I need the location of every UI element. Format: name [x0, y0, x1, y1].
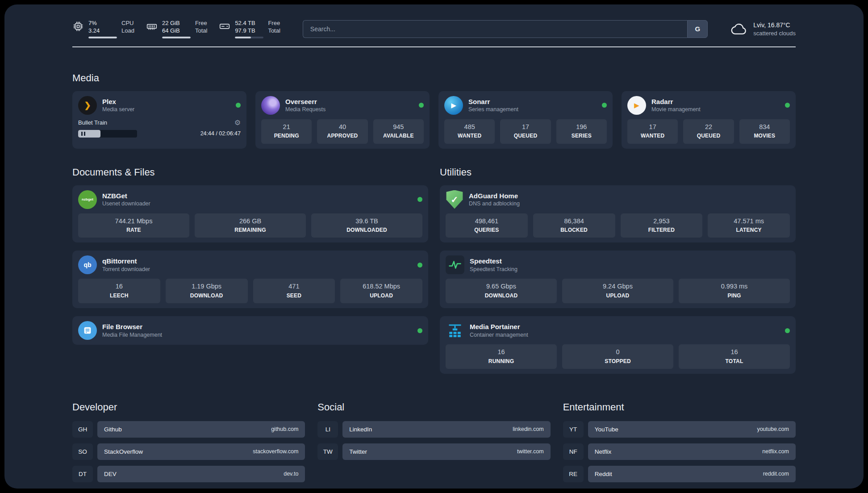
- bookmark-abbr: DT: [72, 466, 93, 482]
- nzbget-icon: nzbget: [78, 190, 97, 209]
- stat-queued: 22QUEUED: [683, 119, 734, 144]
- stat-latency: 47.571 msLATENCY: [708, 213, 790, 238]
- app-name: Overseerr: [285, 97, 326, 106]
- weather-location: Lviv, 16.87°C: [753, 21, 796, 29]
- app-name: AdGuard Home: [469, 192, 520, 201]
- now-playing-title: Bullet Train: [78, 119, 107, 126]
- speedtest-graph-icon: [446, 255, 464, 274]
- bookmark-linkedin[interactable]: LI LinkedInlinkedin.com: [317, 421, 550, 438]
- app-name: Sonarr: [468, 97, 518, 106]
- bookmark-abbr: YT: [563, 421, 584, 438]
- filebrowser-card[interactable]: File Browser Media File Management: [72, 316, 428, 345]
- utilities-section-title: Utilities: [440, 167, 796, 178]
- bookmark-dev[interactable]: DT DEVdev.to: [72, 466, 305, 482]
- entertainment-section-title: Entertainment: [563, 401, 796, 413]
- cpu-percent: 7%: [88, 20, 117, 27]
- bookmark-name: Reddit: [595, 471, 612, 477]
- app-subtitle: Usenet downloader: [102, 200, 150, 207]
- bookmark-youtube[interactable]: YT YouTubeyoutube.com: [563, 421, 796, 438]
- qbittorrent-card[interactable]: qb qBittorrent Torrent downloader 16LEEC…: [72, 251, 428, 308]
- plex-icon: ❯: [78, 96, 97, 115]
- documents-section-title: Documents & Files: [72, 167, 428, 178]
- app-subtitle: Media File Management: [102, 331, 162, 338]
- stat-remaining: 266 GBREMAINING: [195, 213, 306, 238]
- plex-card[interactable]: ❯ Plex Media server Bullet Train ⚙: [72, 91, 246, 149]
- utilities-section: Utilities ✓ AdGuard Home DNS and adblock…: [440, 167, 796, 374]
- bookmark-netflix[interactable]: NF Netflixnetflix.com: [563, 443, 796, 460]
- bookmark-stackoverflow[interactable]: SO StackOverflowstackoverflow.com: [72, 443, 305, 460]
- social-section: Social LI LinkedInlinkedin.com TW Twitte…: [317, 401, 550, 482]
- search-input[interactable]: [303, 20, 687, 38]
- filebrowser-icon: [78, 321, 97, 340]
- stat-pending: 21PENDING: [261, 119, 312, 144]
- weather-widget: Lviv, 16.87°C scattered clouds: [730, 20, 796, 38]
- bookmark-url: github.com: [271, 426, 298, 432]
- stat-total: 16TOTAL: [679, 344, 790, 369]
- stat-available: 945AVAILABLE: [373, 119, 424, 144]
- bookmark-url: stackoverflow.com: [253, 448, 298, 455]
- stat-wanted: 485WANTED: [444, 119, 495, 144]
- disk-total-label: Total: [268, 27, 280, 35]
- bookmark-url: netflix.com: [762, 448, 789, 455]
- radarr-card[interactable]: ▶ Radarr Movie management 17WANTED 22QUE…: [622, 91, 796, 149]
- bookmark-url: reddit.com: [763, 471, 789, 477]
- ram-total: 64 GiB: [162, 27, 191, 35]
- app-subtitle: Movie management: [651, 106, 701, 113]
- cpu-label: CPU: [121, 20, 134, 27]
- app-name: Radarr: [651, 97, 701, 106]
- adguard-card[interactable]: ✓ AdGuard Home DNS and adblocking 498,46…: [440, 185, 796, 243]
- app-subtitle: DNS and adblocking: [469, 200, 520, 207]
- app-subtitle: Series management: [468, 106, 518, 113]
- app-name: Speedtest: [470, 257, 517, 266]
- media-section-title: Media: [72, 72, 796, 84]
- stat-queries: 498,461QUERIES: [446, 213, 528, 238]
- bookmark-reddit[interactable]: RE Redditreddit.com: [563, 466, 796, 482]
- ram-widget: 22 GiB 64 GiB Free Total: [146, 20, 207, 38]
- seek-bar[interactable]: [78, 130, 137, 138]
- overseerr-icon: [261, 96, 280, 115]
- app-subtitle: Media Requests: [285, 106, 326, 113]
- bookmark-twitter[interactable]: TW Twittertwitter.com: [317, 443, 550, 460]
- playback-time: 24:44 / 02:06:47: [200, 130, 241, 137]
- bookmark-url: youtube.com: [757, 426, 789, 432]
- speedtest-card[interactable]: Speedtest Speedtest Tracking 9.65 GbpsDO…: [440, 251, 796, 308]
- disk-widget: 52.4 TB 97.9 TB Free Total: [219, 20, 280, 38]
- settings-gear-icon[interactable]: ⚙: [234, 118, 241, 127]
- documents-section: Documents & Files nzbget NZBGet Usenet d…: [72, 167, 428, 374]
- overseerr-card[interactable]: Overseerr Media Requests 21PENDING 40APP…: [255, 91, 430, 149]
- stat-download: 1.19 GbpsDOWNLOAD: [166, 279, 248, 303]
- app-subtitle: Speedtest Tracking: [470, 266, 517, 273]
- bookmark-abbr: RE: [563, 466, 584, 482]
- stat-series: 196SERIES: [556, 119, 607, 144]
- entertainment-section: Entertainment YT YouTubeyoutube.com NF N…: [563, 401, 796, 482]
- adguard-shield-icon: ✓: [446, 190, 463, 209]
- bookmark-github[interactable]: GH Githubgithub.com: [72, 421, 305, 438]
- disk-total: 97.9 TB: [235, 27, 263, 35]
- app-name: Plex: [102, 97, 134, 106]
- sonarr-card[interactable]: ▶ Sonarr Series management 485WANTED 17Q…: [438, 91, 613, 149]
- disk-free: 52.4 TB: [235, 20, 263, 27]
- ram-total-label: Total: [195, 27, 207, 35]
- cpu-load-value: 3.24: [88, 27, 117, 35]
- stat-movies: 834MOVIES: [739, 119, 790, 144]
- pause-icon[interactable]: [78, 130, 100, 138]
- developer-section-title: Developer: [72, 401, 305, 413]
- bookmark-abbr: LI: [317, 421, 338, 438]
- bookmark-name: Github: [104, 426, 122, 433]
- ram-usage-bar: [162, 37, 191, 38]
- stat-stopped: 0STOPPED: [562, 344, 673, 369]
- bookmark-abbr: TW: [317, 443, 338, 460]
- app-subtitle: Container management: [470, 331, 528, 338]
- portainer-card[interactable]: Media Portainer Container management 16R…: [440, 316, 796, 374]
- search-engine-button[interactable]: G: [687, 20, 708, 38]
- nzbget-card[interactable]: nzbget NZBGet Usenet downloader 744.21 M…: [72, 185, 428, 243]
- bookmark-url: linkedin.com: [513, 426, 543, 432]
- bookmark-url: twitter.com: [517, 448, 544, 455]
- topbar-divider: [72, 46, 796, 47]
- app-subtitle: Media server: [102, 106, 134, 113]
- stat-running: 16RUNNING: [446, 344, 557, 369]
- stat-seed: 471SEED: [253, 279, 335, 303]
- stat-download: 9.65 GbpsDOWNLOAD: [446, 279, 557, 303]
- cpu-widget: 7% 3.24 CPU Load: [72, 20, 134, 38]
- ram-free-label: Free: [195, 20, 207, 27]
